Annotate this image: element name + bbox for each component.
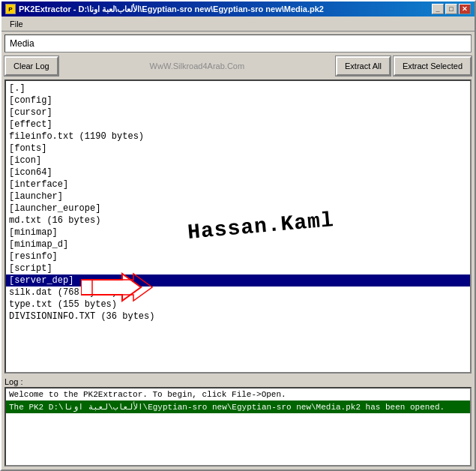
file-entry[interactable]: silk.dat (768 bytes) bbox=[6, 286, 470, 298]
file-entry[interactable]: [minimap_d] bbox=[6, 238, 470, 250]
clear-log-button[interactable]: Clear Log bbox=[4, 56, 58, 76]
current-path: Media bbox=[10, 38, 34, 49]
file-entry[interactable]: [cursor] bbox=[6, 106, 470, 118]
minimize-button[interactable]: _ bbox=[432, 4, 444, 14]
file-entry[interactable]: [interface] bbox=[6, 178, 470, 190]
file-entry[interactable]: [minimap] bbox=[6, 226, 470, 238]
menu-file[interactable]: File bbox=[5, 19, 28, 29]
file-entry[interactable]: [script] bbox=[6, 262, 470, 274]
file-entry[interactable]: [config] bbox=[6, 94, 470, 106]
app-icon: P bbox=[5, 4, 16, 14]
main-content: Media Clear Log WwW.Silkroad4Arab.Com Ex… bbox=[1, 32, 475, 470]
file-entry[interactable]: [launcher_europe] bbox=[6, 202, 470, 214]
file-entry[interactable]: [.] bbox=[6, 82, 470, 94]
file-entry[interactable]: md.txt (16 bytes) bbox=[6, 214, 470, 226]
path-bar: Media bbox=[4, 34, 472, 52]
file-entry[interactable]: [icon] bbox=[6, 154, 470, 166]
file-entry[interactable]: [resinfo] bbox=[6, 250, 470, 262]
file-entry[interactable]: DIVISIONINFO.TXT (36 bytes) bbox=[6, 310, 470, 322]
file-entry[interactable]: fileinfo.txt (1190 bytes) bbox=[6, 130, 470, 142]
log-content[interactable]: Welcome to the PK2Extractor. To begin, c… bbox=[4, 387, 472, 466]
title-bar-text: P PK2Extractor - D:\الألعاب\لعبة اونا\Eg… bbox=[5, 4, 324, 14]
file-list[interactable]: [.][config][cursor][effect]fileinfo.txt … bbox=[6, 81, 470, 372]
file-entry[interactable]: [effect] bbox=[6, 118, 470, 130]
extract-selected-button[interactable]: Extract Selected bbox=[394, 56, 472, 76]
file-entry[interactable]: [fonts] bbox=[6, 142, 470, 154]
title-bar: P PK2Extractor - D:\الألعاب\لعبة اونا\Eg… bbox=[1, 2, 475, 16]
file-entry[interactable]: [launcher] bbox=[6, 190, 470, 202]
extract-all-button[interactable]: Extract All bbox=[336, 56, 391, 76]
log-section: Log : Welcome to the PK2Extractor. To be… bbox=[4, 376, 472, 466]
log-label: Log : bbox=[4, 376, 472, 387]
menu-bar: File bbox=[1, 16, 475, 32]
window-title: PK2Extractor - D:\الألعاب\لعبة اونا\Egyp… bbox=[19, 4, 324, 14]
log-entry: The PK2 D:\الألعاب\لعبة اونا\Egyptian-sr… bbox=[6, 400, 470, 413]
file-entry[interactable]: type.txt (155 bytes) bbox=[6, 298, 470, 310]
file-entry[interactable]: [server_dep] bbox=[6, 274, 470, 286]
watermark-text: WwW.Silkroad4Arab.Com bbox=[61, 62, 333, 70]
log-entry: Welcome to the PK2Extractor. To begin, c… bbox=[6, 388, 470, 400]
maximize-button[interactable]: □ bbox=[445, 4, 457, 14]
main-window: P PK2Extractor - D:\الألعاب\لعبة اونا\Eg… bbox=[0, 0, 476, 471]
close-button[interactable]: ✕ bbox=[459, 4, 471, 14]
file-entry[interactable]: [icon64] bbox=[6, 166, 470, 178]
file-list-panel: [.][config][cursor][effect]fileinfo.txt … bbox=[4, 80, 472, 374]
toolbar: Clear Log WwW.Silkroad4Arab.Com Extract … bbox=[4, 56, 472, 76]
title-controls: _ □ ✕ bbox=[432, 4, 471, 14]
